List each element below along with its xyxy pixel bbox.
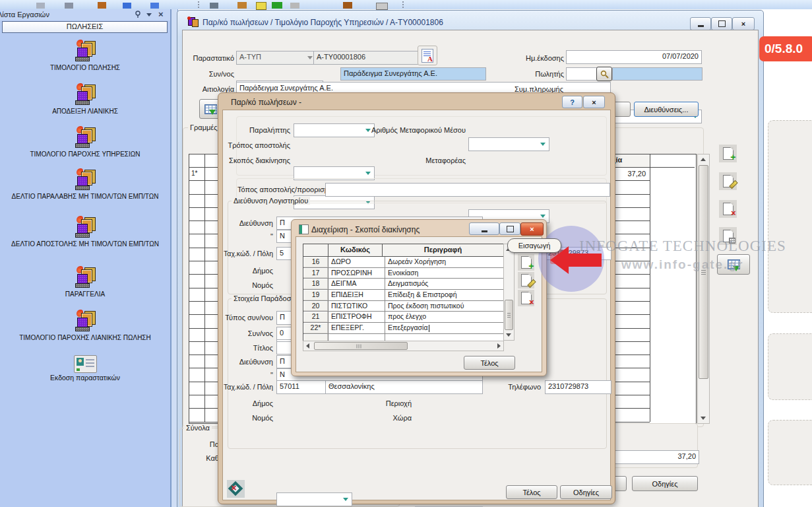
del-municipality-combo[interactable] <box>276 492 352 506</box>
issue-date-field[interactable]: 07/07/2020 <box>566 50 702 64</box>
sidebar-item-timologio-polisis[interactable]: ΤΙΜΟΛΟΓΙΟ ΠΩΛΗΣΗΣ <box>0 40 170 71</box>
table-header-desc[interactable]: Περιγραφή <box>383 244 503 256</box>
toolbar-icon[interactable] <box>210 3 218 9</box>
invoice-icon <box>72 216 98 239</box>
delete-record-button[interactable]: × <box>518 290 534 306</box>
sidebar-item-label: Εκδοση παραστατικών <box>0 374 170 382</box>
table-row[interactable]: 17ΠΡΟΣΩΡΙΝΗΕνοικίαση <box>303 268 503 279</box>
acc-address-label: Διεύθυνση <box>218 219 273 227</box>
sidebar-item-label: ΔΕΛΤΙΟ ΑΠΟΣΤΟΛΗΣ ΜΗ ΤΙΜΟΛ/ΤΩΝ ΕΜΠ/ΤΩΝ <box>0 240 170 248</box>
sidebar-item-apodeixi-lianikis[interactable]: ΑΠΟΔΕΙΞΗ ΛΙΑΝΙΚΗΣ <box>0 83 170 115</box>
sidebar-item-timologio-parohis[interactable]: ΤΙΜΟΛΟΓΙΟ ΠΑΡΟΧΗΣ ΥΠΗΡΕΣΙΩΝ <box>0 126 170 158</box>
grid-col-divider <box>650 154 650 422</box>
seller-name-field[interactable] <box>612 67 703 81</box>
seller-search-button[interactable] <box>596 67 612 81</box>
manage-minimize-button[interactable] <box>469 222 499 235</box>
delete-line-button[interactable]: × <box>719 200 737 218</box>
recipient-combo[interactable] <box>294 123 375 137</box>
purposes-table[interactable]: Κωδικός Περιγραφή 16ΔΩΡΟΔωρεάν Χορήγηση … <box>303 244 504 341</box>
chevron-down-icon[interactable] <box>146 13 152 17</box>
table-vscrollbar[interactable] <box>503 244 515 341</box>
green-down-arrow-icon <box>733 266 739 271</box>
grid-vscrollbar[interactable] <box>697 154 710 424</box>
table-header-num[interactable] <box>303 244 328 256</box>
manage-close-button[interactable]: × <box>520 222 544 236</box>
toolbar-icon[interactable] <box>123 3 131 9</box>
del-zip-field[interactable]: 57011 <box>276 380 328 394</box>
toolbar-icon[interactable] <box>376 3 388 10</box>
toolbar-icon[interactable] <box>343 2 352 9</box>
vehicle-combo[interactable] <box>468 137 549 151</box>
close-button[interactable]: × <box>732 17 755 30</box>
dialog-help-button[interactable]: ? <box>562 96 582 108</box>
green-down-arrow-icon <box>209 110 216 115</box>
addresses-button[interactable]: Διευθύνσεις... <box>634 102 699 117</box>
vehicle-label: Αριθμός Μεταφορικού Μέσου <box>369 126 466 134</box>
totals-row1-label: Πα <box>165 440 219 448</box>
purpose-label: Σκοπός διακίνησης <box>218 156 290 164</box>
copy-document-icon <box>723 230 734 242</box>
del-prefecture-label: Νομός <box>218 414 273 422</box>
edit-line-button[interactable] <box>719 172 737 190</box>
table-row[interactable]: 18ΔΕΙΓΜΑΔειγματισμός <box>303 279 503 290</box>
version-badge: 0/5.8.0 <box>759 36 812 61</box>
sidebar-item-deltio-paralavis[interactable]: ΔΕΛΤΙΟ ΠΑΡΑΛΑΒΗΣ ΜΗ ΤΙΜΟΛ/ΤΩΝ ΕΜΠ/ΤΩΝ <box>0 168 170 200</box>
dialog-close-button[interactable]: × <box>583 96 605 108</box>
toolbar-icon[interactable] <box>150 3 159 9</box>
main-instructions-button[interactable]: Οδηγίες <box>632 476 698 491</box>
toolbar-icon[interactable] <box>290 3 299 9</box>
toolbar-icon[interactable] <box>237 2 247 9</box>
carrier-label: Μεταφορέας <box>369 156 466 164</box>
table-row[interactable]: 20ΠΙΣΤΩΤΙΚΟΠρος έκδοση πιστωτικού <box>303 301 503 312</box>
edit-record-button[interactable] <box>518 272 534 288</box>
transport-panel <box>236 116 607 176</box>
maximize-button[interactable] <box>711 17 732 30</box>
table-row[interactable]: 21ΕΠΙΣΤΡΟΦΗπρος έλεγχο <box>303 312 503 323</box>
doc-type-combo[interactable]: Α-ΤΥΠ <box>236 51 317 65</box>
table-hscrollbar[interactable] <box>303 341 504 351</box>
exit-button[interactable]: × <box>227 480 245 498</box>
del-area-label: Περιοχή <box>369 399 412 407</box>
toolbar-icon[interactable] <box>272 2 282 9</box>
table-row-editing[interactable]: 22*ΕΠΕΞΕΡΓ.Επεξεργασία <box>303 323 503 334</box>
print-form-button[interactable]: A <box>418 46 437 65</box>
doc-number-field[interactable]: Α-ΤΥ00001806 <box>313 51 419 65</box>
top-toolbar <box>0 0 812 9</box>
sidebar-item-ekdosi-parastatikon[interactable]: Εκδοση παραστατικών <box>0 355 170 382</box>
side-panel-placeholder <box>768 120 812 313</box>
dialog-end-button[interactable]: Τέλος <box>506 485 557 499</box>
accounting-address-label: Διεύθυνση Λογιστηρίου <box>232 197 310 205</box>
sidebar-item-deltio-apostolis[interactable]: ΔΕΛΤΙΟ ΑΠΟΣΤΟΛΗΣ ΜΗ ΤΙΜΟΛ/ΤΩΝ ΕΜΠ/ΤΩΝ <box>0 216 170 248</box>
export-table-button[interactable] <box>717 254 750 275</box>
close-panel-icon[interactable]: × <box>158 9 164 19</box>
partner-name-field[interactable]: Παράδειγμα Συνεργάτης Α.Ε. <box>340 67 486 81</box>
add-line-button[interactable]: + <box>719 145 737 162</box>
toolbar-icon[interactable] <box>36 3 45 9</box>
manage-end-button[interactable]: Τέλος <box>464 356 515 370</box>
sidebar-item-label: ΤΙΜΟΛΟΓΙΟ ΠΑΡΟΧΗΣ ΛΙΑΝΙΚΗΣ ΠΩΛΗΣΗ <box>0 334 170 341</box>
del-phone-field[interactable]: 2310729873 <box>545 380 611 394</box>
toolbar-icon[interactable] <box>65 3 73 9</box>
toolbar-icon[interactable] <box>98 2 106 9</box>
sales-group-header[interactable]: ΠΩΛΗΣΕΙΣ <box>2 21 168 33</box>
dialog-instructions-button[interactable]: Οδηγίες <box>560 485 612 499</box>
table-row[interactable]: 16ΔΩΡΟΔωρεάν Χορήγηση <box>303 257 503 268</box>
toolbar-icon[interactable] <box>256 2 266 10</box>
grid-row-marker: 1* <box>191 170 197 177</box>
destination-field[interactable] <box>325 183 610 197</box>
manage-dialog-title: Διαχείριση - Σκοποί διακίνησης <box>311 225 420 234</box>
task-list-titlebar: Λίστα Εργασιών × <box>0 9 170 20</box>
pin-icon[interactable] <box>135 11 141 18</box>
recipient-label: Παραλήπτης <box>218 126 290 134</box>
insert-record-button[interactable]: + <box>518 254 534 271</box>
del-city-field[interactable]: Θεσσαλονίκης <box>325 380 483 394</box>
table-row[interactable]: 19ΕΠΙΔΕΙΞΗΕπίδειξη & Επιστροφή <box>303 290 503 301</box>
copy-line-button[interactable] <box>719 227 737 245</box>
table-header-code[interactable]: Κωδικός <box>328 244 383 256</box>
invoice-icon <box>72 310 98 333</box>
manage-maximize-button[interactable] <box>499 222 520 235</box>
minimize-button[interactable] <box>690 17 711 30</box>
sidebar-item-timologio-lianikis[interactable]: ΤΙΜΟΛΟΓΙΟ ΠΑΡΟΧΗΣ ΛΙΑΝΙΚΗΣ ΠΩΛΗΣΗ <box>0 310 170 341</box>
edit-document-icon <box>521 274 532 287</box>
sidebar-item-paraggelia[interactable]: ΠΑΡΑΓΓΕΛΙΑ <box>0 266 170 298</box>
